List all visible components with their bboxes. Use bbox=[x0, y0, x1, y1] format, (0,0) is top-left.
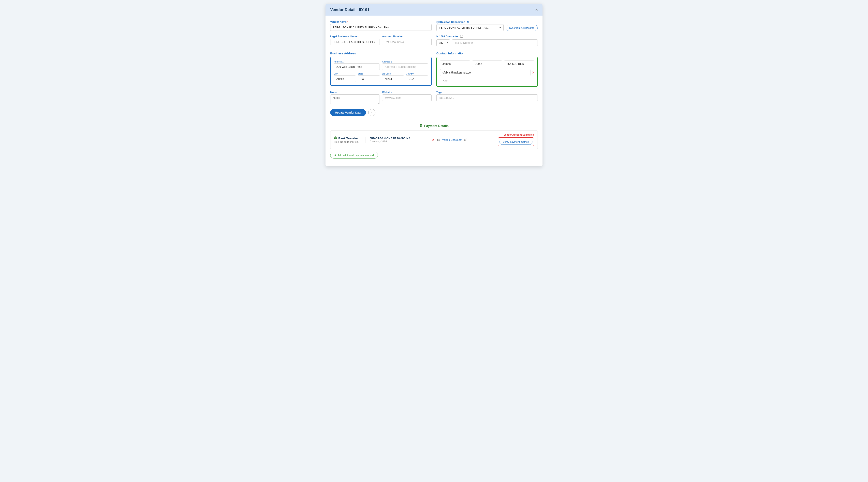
account-number-input[interactable] bbox=[382, 39, 432, 45]
ein-select-wrap: EIN SSN ▼ bbox=[436, 39, 450, 46]
legal-account-grid: Legal Business Name * Account Number bbox=[330, 35, 432, 45]
address1-field: Address 1 bbox=[334, 61, 380, 70]
modal-body: Vendor Name * QBDesktop Connection ↻ FER… bbox=[326, 15, 542, 166]
contractor-label: Is 1099 Contractor bbox=[436, 35, 459, 38]
tags-input[interactable] bbox=[436, 94, 538, 101]
contractor-section: Is 1099 Contractor EIN SSN ▼ bbox=[436, 35, 538, 48]
bank-card: 🏛 Bank Transfer Free. No additional fee.… bbox=[330, 130, 538, 149]
bank-transfer-col: 🏛 Bank Transfer Free. No additional fee. bbox=[334, 137, 366, 143]
notes-website-grid: Notes Website bbox=[330, 91, 432, 105]
payment-section-title: 🏛 Payment Details bbox=[330, 124, 538, 128]
image-preview-icon[interactable]: 🖼 bbox=[464, 138, 467, 141]
qb-section: QBDesktop Connection ↻ FERGUSON FACILITI… bbox=[436, 20, 538, 31]
country-label: Country bbox=[406, 72, 428, 75]
address-box: Address 1 Address 2 City bbox=[330, 57, 432, 86]
qb-label: QBDesktop Connection ↻ bbox=[436, 20, 538, 24]
city-field: City bbox=[334, 72, 356, 82]
plus-icon: ⊕ bbox=[334, 154, 337, 157]
add-contact-button[interactable]: Add bbox=[440, 78, 451, 83]
contact-email-row: × bbox=[440, 69, 534, 76]
legal-name-input[interactable] bbox=[330, 39, 380, 45]
file-label: File: bbox=[436, 138, 440, 141]
bank-transfer-label: 🏛 Bank Transfer bbox=[334, 137, 366, 140]
legal-account-col: Legal Business Name * Account Number bbox=[330, 35, 432, 48]
state-input[interactable] bbox=[358, 75, 380, 82]
address-row1: Address 1 Address 2 bbox=[334, 61, 428, 70]
contractor-checkbox[interactable] bbox=[460, 35, 463, 38]
city-input[interactable] bbox=[334, 75, 356, 82]
tags-label: Tags bbox=[436, 91, 538, 94]
address2-input[interactable] bbox=[382, 63, 428, 70]
last-name-input[interactable] bbox=[472, 61, 502, 67]
refresh-icon[interactable]: ↻ bbox=[467, 20, 469, 24]
bank-fee-label: Free. No additional fee. bbox=[334, 140, 366, 143]
tax-id-input[interactable] bbox=[452, 39, 538, 46]
sync-qb-button[interactable]: Sync from QBDesktop bbox=[506, 25, 538, 31]
legal-name-label: Legal Business Name * bbox=[330, 35, 380, 38]
ein-select[interactable]: EIN SSN bbox=[436, 39, 450, 46]
address2-field: Address 2 bbox=[382, 61, 428, 70]
zip-field: Zip Code bbox=[382, 72, 404, 82]
state-field: State bbox=[358, 72, 380, 82]
zip-label: Zip Code bbox=[382, 72, 404, 75]
address2-label: Address 2 bbox=[382, 61, 428, 63]
cancel-button[interactable]: × bbox=[368, 109, 375, 116]
vendor-qb-row: Vendor Name * QBDesktop Connection ↻ FER… bbox=[330, 20, 538, 31]
notes-website-col: Notes Website bbox=[330, 91, 432, 105]
qb-row: FERGUSON FACILITIES SUPPLY - Au... ▼ Syn… bbox=[436, 24, 538, 31]
address1-input[interactable] bbox=[334, 63, 380, 70]
address-row2: City State Zip Code Country bbox=[334, 72, 428, 82]
website-section: Website bbox=[382, 91, 432, 105]
website-input[interactable] bbox=[382, 94, 432, 101]
verify-payment-button[interactable]: Verify payment method bbox=[499, 139, 532, 145]
legal-name-section: Legal Business Name * bbox=[330, 35, 380, 45]
contact-box: × Add bbox=[436, 57, 538, 87]
qb-desktop-select[interactable]: FERGUSON FACILITIES SUPPLY - Au... bbox=[436, 24, 504, 31]
legal-contractor-row: Legal Business Name * Account Number Is … bbox=[330, 35, 538, 48]
add-payment-button[interactable]: ⊕ Add additional payment method bbox=[330, 152, 378, 159]
file-col: × File: Voided Check.pdf 🖼 bbox=[428, 138, 491, 142]
country-field: Country bbox=[406, 72, 428, 82]
bank-name: JPMORGAN CHASE BANK, NA bbox=[370, 137, 428, 140]
remove-file-icon[interactable]: × bbox=[432, 138, 434, 142]
address-title: Business Address bbox=[330, 52, 432, 55]
vendor-name-input[interactable] bbox=[330, 24, 432, 31]
country-input[interactable] bbox=[406, 75, 428, 82]
zip-input[interactable] bbox=[382, 75, 404, 82]
payment-bank-icon: 🏛 bbox=[420, 124, 423, 128]
bank-name-col: JPMORGAN CHASE BANK, NA Checking-3456 bbox=[366, 137, 428, 143]
file-link[interactable]: Voided Check.pdf bbox=[442, 138, 462, 141]
close-button[interactable]: × bbox=[535, 8, 538, 12]
vendor-submitted-label: Vendor Account Submitted bbox=[495, 133, 534, 136]
contact-name-phone-row bbox=[440, 61, 534, 67]
action-row: Update Vendor Data × bbox=[330, 109, 538, 116]
phone-input[interactable] bbox=[504, 61, 534, 67]
city-label: City bbox=[334, 72, 356, 75]
account-number-label: Account Number bbox=[382, 35, 432, 38]
ein-tax-row: EIN SSN ▼ bbox=[436, 39, 538, 46]
notes-label: Notes bbox=[330, 91, 380, 94]
qb-select-wrap: FERGUSON FACILITIES SUPPLY - Au... ▼ bbox=[436, 24, 504, 31]
payment-details-section: 🏛 Payment Details 🏛 Bank Transfer Free. … bbox=[330, 124, 538, 162]
modal-header: Vendor Detail - ID191 × bbox=[326, 4, 542, 15]
state-label: State bbox=[358, 72, 380, 75]
divider bbox=[330, 120, 538, 120]
address-contact-row: Business Address Address 1 Address 2 bbox=[330, 52, 538, 87]
vendor-detail-modal: Vendor Detail - ID191 × Vendor Name * QB… bbox=[326, 4, 542, 166]
contractor-row: Is 1099 Contractor bbox=[436, 35, 538, 38]
update-vendor-button[interactable]: Update Vendor Data bbox=[330, 109, 366, 116]
verify-col: Vendor Account Submitted Verify payment … bbox=[491, 133, 534, 146]
verify-btn-wrap: Verify payment method bbox=[498, 137, 534, 146]
notes-section: Notes bbox=[330, 91, 380, 105]
bank-account: Checking-3456 bbox=[370, 140, 428, 143]
address-section: Business Address Address 1 Address 2 bbox=[330, 52, 432, 87]
modal-title: Vendor Detail - ID191 bbox=[330, 7, 370, 12]
vendor-name-label: Vendor Name * bbox=[330, 20, 432, 23]
notes-tags-row: Notes Website Tags bbox=[330, 91, 538, 105]
contact-title: Contact Information bbox=[436, 52, 538, 55]
remove-contact-button[interactable]: × bbox=[532, 71, 534, 75]
email-input[interactable] bbox=[440, 69, 530, 76]
first-name-input[interactable] bbox=[440, 61, 470, 67]
address1-label: Address 1 bbox=[334, 61, 380, 63]
notes-textarea[interactable] bbox=[330, 94, 380, 104]
